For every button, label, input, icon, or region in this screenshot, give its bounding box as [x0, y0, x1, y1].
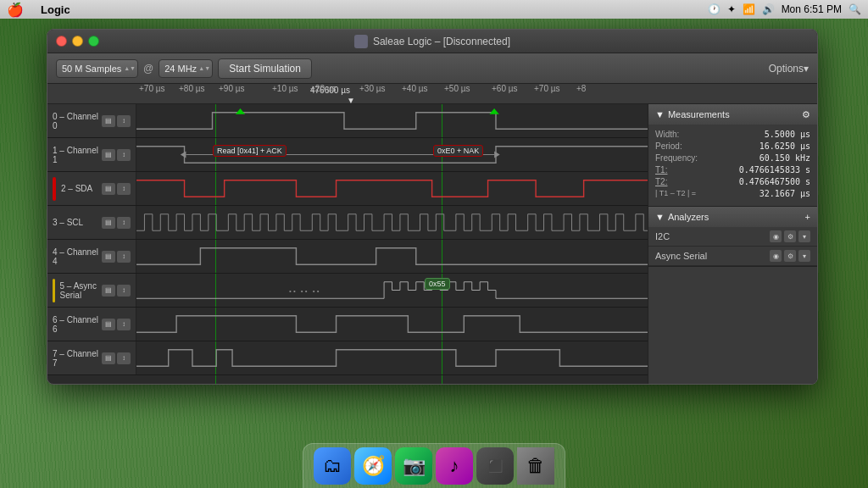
ruler-mark-2: +90 µs [219, 84, 245, 93]
menubar-time: Mon 6:51 PM [782, 3, 842, 15]
ctrl-btn-6b[interactable]: ↕ [117, 319, 131, 330]
ctrl-btn-2b[interactable]: ↕ [117, 183, 131, 195]
channel-1-label: 1 – Channel 1 ▤ ↕ [47, 138, 136, 171]
analyzer-i2c: I2C ◉ ⚙ ▾ [648, 227, 817, 247]
frequency-select[interactable]: 24 MHz [159, 59, 213, 78]
channel-1-name: 1 – Channel 1 [53, 146, 98, 164]
ruler-mark-6: +40 µs [402, 84, 428, 93]
samples-select[interactable]: 50 M Samples [56, 59, 138, 78]
channel-7-label: 7 – Channel 7 ▤ ↕ [47, 341, 136, 374]
ctrl-btn-3b[interactable]: ↕ [117, 217, 131, 229]
analyzer-async: Async Serial ◉ ⚙ ▾ [648, 247, 817, 266]
options-button[interactable]: Options▾ [769, 63, 809, 75]
ctrl-btn-a[interactable]: ▤ [102, 115, 115, 127]
channel-5-color [53, 279, 55, 302]
analyzers-header[interactable]: ▼ Analyzers + [648, 207, 817, 227]
dock-safari[interactable]: 🧭 [354, 447, 392, 485]
app-name[interactable]: Logic [41, 3, 70, 16]
channel-row-5: 5 – Async Serial ▤ ↕ 0x55 [47, 274, 648, 308]
app-icon [354, 35, 368, 48]
dock-facetime[interactable]: 📷 [395, 447, 432, 485]
ruler-mark-3: +10 µs [272, 84, 298, 93]
channel-3-controls[interactable]: ▤ ↕ [102, 217, 131, 229]
diff-label: | T1 – T2 | = [655, 189, 696, 198]
channel-5-label: 5 – Async Serial ▤ ↕ [47, 274, 136, 307]
analyzer-i2c-controls[interactable]: ◉ ⚙ ▾ [770, 230, 810, 242]
desktop: Saleae Logic – [Disconnected] 50 M Sampl… [0, 19, 868, 488]
analyzer-async-settings[interactable]: ⚙ [784, 250, 796, 262]
channel-3-svg [136, 206, 648, 239]
channel-7-controls[interactable]: ▤ ↕ [102, 352, 131, 364]
menubar-search[interactable]: 🔍 [849, 3, 861, 15]
channel-7-name: 7 – Channel 7 [53, 349, 98, 368]
ruler-mark-1: +80 µs [179, 84, 205, 93]
channel-2-label: 2 – SDA ▤ ↕ [47, 172, 136, 205]
channel-0-controls[interactable]: ▤ ↕ [102, 115, 131, 127]
dock-itunes[interactable]: ♪ [436, 447, 473, 485]
ruler-mark-7: +50 µs [444, 84, 470, 93]
ctrl-btn-7b[interactable]: ↕ [117, 352, 131, 364]
measurement-period: Period: 16.6250 µs [655, 141, 810, 151]
dock-finder[interactable]: 🗂 [314, 447, 351, 485]
ctrl-btn-4b[interactable]: ↕ [117, 251, 131, 263]
frequency-select-wrapper[interactable]: 24 MHz [159, 59, 213, 78]
dock-saleae-logic[interactable]: ⬛ [476, 447, 514, 485]
analyzers-title: Analyzers [668, 212, 709, 222]
close-button[interactable] [56, 36, 67, 47]
ctrl-btn-3a[interactable]: ▤ [102, 217, 115, 229]
channel-5-controls[interactable]: ▤ ↕ [102, 285, 131, 297]
channels-area: 0 – Channel 0 ▤ ↕ [47, 104, 648, 385]
channel-1-controls[interactable]: ▤ ↕ [102, 149, 131, 161]
channel-row-1: 1 – Channel 1 ▤ ↕ [47, 138, 648, 172]
ctrl-btn-5a[interactable]: ▤ [102, 285, 115, 297]
menubar-volume: 🔊 [762, 3, 775, 15]
t1-value: 0.4766145833 s [739, 165, 810, 175]
samples-select-wrapper[interactable]: 50 M Samples [56, 59, 138, 78]
ctrl-btn-1a[interactable]: ▤ [102, 149, 115, 161]
analyzer-i2c-menu[interactable]: ▾ [798, 230, 810, 242]
t2-value: 0.4766467500 s [739, 177, 810, 186]
channel-2-controls[interactable]: ▤ ↕ [102, 183, 131, 195]
measurements-header[interactable]: ▼ Measurements ⚙ [648, 104, 817, 125]
channel-0-signal [136, 104, 648, 137]
ctrl-btn-b[interactable]: ↕ [117, 115, 131, 127]
ctrl-btn-7a[interactable]: ▤ [102, 352, 115, 364]
analyzer-async-menu[interactable]: ▾ [798, 250, 810, 262]
ctrl-btn-2a[interactable]: ▤ [102, 183, 115, 195]
start-simulation-button[interactable]: Start Simulation [218, 58, 312, 79]
channel-5-svg [136, 274, 648, 307]
ruler-mark-10: +8 [576, 84, 586, 93]
t1-label: T1: [655, 165, 667, 175]
ctrl-btn-4a[interactable]: ▤ [102, 251, 115, 263]
width-label: Width: [655, 130, 679, 139]
frequency-value: 60.150 kHz [760, 153, 810, 163]
channel-4-controls[interactable]: ▤ ↕ [102, 251, 131, 263]
analyzers-add-icon[interactable]: + [805, 212, 810, 222]
analyzer-async-eye[interactable]: ◉ [770, 250, 782, 262]
channel-0-svg [136, 104, 648, 137]
ctrl-btn-5b[interactable]: ↕ [117, 285, 131, 297]
diff-value: 32.1667 µs [760, 189, 810, 198]
maximize-button[interactable] [88, 36, 99, 47]
measurements-section: ▼ Measurements ⚙ Width: 5.5000 µs Period… [648, 104, 817, 207]
measurements-settings-icon[interactable]: ⚙ [802, 109, 810, 120]
measurement-t2: T2: 0.4766467500 s [655, 177, 810, 186]
minimize-button[interactable] [72, 36, 83, 47]
analyzer-i2c-settings[interactable]: ⚙ [784, 230, 796, 242]
title-text: Saleae Logic – [Disconnected] [373, 36, 510, 47]
analyzer-i2c-eye[interactable]: ◉ [770, 230, 782, 242]
channel-5-signal: 0x55 • • • • • • [136, 274, 648, 307]
measurements-collapse-icon: ▼ [655, 109, 665, 119]
side-panel: ▼ Measurements ⚙ Width: 5.5000 µs Period… [648, 104, 817, 385]
dock-trash[interactable]: 🗑 [517, 447, 554, 485]
ctrl-btn-1b[interactable]: ↕ [117, 149, 131, 161]
channel-4-signal [136, 240, 648, 273]
analyzer-async-controls[interactable]: ◉ ⚙ ▾ [770, 250, 810, 262]
toolbar: 50 M Samples @ 24 MHz Start Simulation O… [47, 53, 817, 84]
channel-6-controls[interactable]: ▤ ↕ [102, 319, 131, 330]
apple-menu[interactable]: 🍎 [7, 2, 24, 18]
channel-2-color [53, 177, 56, 201]
channel-3-signal [136, 206, 648, 239]
measurement-diff: | T1 – T2 | = 32.1667 µs [655, 189, 810, 198]
ctrl-btn-6a[interactable]: ▤ [102, 319, 115, 330]
